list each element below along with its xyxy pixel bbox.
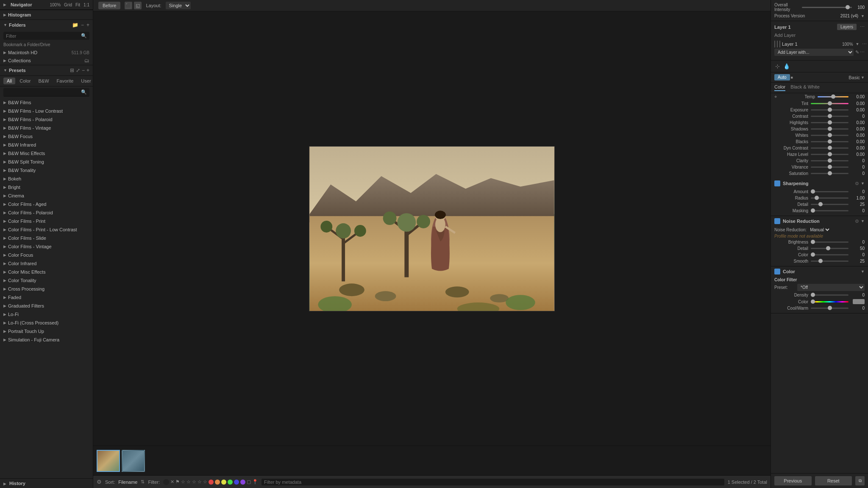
filter-orange[interactable] <box>215 480 220 485</box>
filter-purple[interactable] <box>240 480 245 485</box>
copy-button[interactable]: ⧉ <box>855 476 865 485</box>
basic-chevron[interactable]: ▼ <box>861 75 865 80</box>
sharpening-header[interactable]: Sharpening ⚙ ▼ <box>771 178 868 189</box>
contrast-slider[interactable] <box>811 116 849 117</box>
filter-yellow[interactable] <box>221 480 226 485</box>
folders-icon-minus[interactable]: − <box>81 22 84 28</box>
list-item[interactable]: ▶ Bokeh <box>0 175 93 183</box>
thumbnail-2[interactable] <box>122 450 145 472</box>
highlights-slider[interactable] <box>811 122 849 123</box>
list-item[interactable]: ▶ Color Tonality <box>0 276 93 285</box>
preset-tab-bw[interactable]: B&W <box>35 78 53 84</box>
list-item[interactable]: ▶ Simulation - Fuji Camera <box>0 336 93 344</box>
preset-tab-all[interactable]: All <box>3 78 15 84</box>
process-chevron-down[interactable]: ▼ <box>861 14 865 18</box>
list-item[interactable]: ▶ B&W Split Toning <box>0 158 93 166</box>
cf-color-slider[interactable] <box>811 301 849 302</box>
reset-button[interactable]: Reset <box>815 476 852 485</box>
list-item[interactable]: ▶ Lo-Fi (Cross Processed) <box>0 319 93 327</box>
layout-select[interactable]: Single Dual <box>166 2 191 9</box>
layer-edit-icon[interactable]: ✎ <box>855 50 859 55</box>
filter-x-icon[interactable]: ✕ <box>170 479 174 485</box>
eyedropper-small-icon[interactable]: ⌖ <box>774 94 777 100</box>
smooth-slider[interactable] <box>811 261 849 262</box>
tint-slider[interactable] <box>811 103 849 104</box>
intensity-slider[interactable] <box>802 7 852 8</box>
filter-location-icon[interactable]: 📍 <box>252 479 258 485</box>
thumbnail-1[interactable] <box>97 450 120 472</box>
preset-tab-color[interactable]: Color <box>16 78 34 84</box>
cool-warm-slider[interactable] <box>811 308 849 309</box>
whites-slider[interactable] <box>811 135 849 136</box>
list-item[interactable]: ▶ Color Films - Slide <box>0 234 93 242</box>
noise-reduction-header[interactable]: Noise Reduction ⚙ ▼ <box>771 216 868 226</box>
noise-reduction-gear-icon[interactable]: ⚙ <box>855 219 859 224</box>
exposure-slider[interactable] <box>811 109 849 111</box>
color-tab[interactable]: Color <box>774 84 785 91</box>
density-slider[interactable] <box>811 294 849 296</box>
collections-item[interactable]: ▶ Collections 🗂 <box>0 56 93 65</box>
filter-green[interactable] <box>228 480 233 485</box>
list-item[interactable]: ▶ Color Focus <box>0 251 93 259</box>
eyedropper-icon[interactable]: 💧 <box>782 62 791 70</box>
preset-search-input[interactable] <box>6 90 81 95</box>
color-filter-header[interactable]: Color ▼ <box>771 266 868 277</box>
list-item[interactable]: ▶ Color Films - Print - Low Contrast <box>0 225 93 234</box>
noise-reduction-chevron[interactable]: ▼ <box>861 219 865 223</box>
star-3[interactable]: ☆ <box>192 479 196 485</box>
navigator-header[interactable]: ▶ Navigator 100% Grid Fit 1:1 <box>0 0 93 10</box>
list-item[interactable]: ▶ Graduated Filters <box>0 302 93 310</box>
list-item[interactable]: ▶ Cinema <box>0 191 93 200</box>
saturation-slider[interactable] <box>811 173 849 174</box>
vibrance-slider[interactable] <box>811 166 849 168</box>
blacks-slider[interactable] <box>811 141 849 142</box>
dyn-contrast-slider[interactable] <box>811 147 849 149</box>
list-item[interactable]: ▶ B&W Films - Vintage <box>0 124 93 132</box>
filter-red[interactable] <box>209 480 214 485</box>
star-2[interactable]: ☆ <box>186 479 191 485</box>
shadows-slider[interactable] <box>811 128 849 130</box>
sort-direction-icon[interactable]: ⇅ <box>141 479 145 485</box>
list-item[interactable]: ▶ Faded <box>0 293 93 302</box>
folders-icon-folder[interactable]: 📁 <box>72 22 78 28</box>
folders-icon-plus[interactable]: + <box>86 22 89 28</box>
color-filter-chevron[interactable]: ▼ <box>861 269 865 274</box>
bw-tab[interactable]: Black & White <box>790 84 819 91</box>
collections-icon[interactable]: 🗂 <box>84 58 89 64</box>
temp-slider[interactable] <box>818 96 849 97</box>
macintosh-hd-item[interactable]: ▶ Macintosh HD 511.9 GB <box>0 49 93 56</box>
view-icon-compare[interactable]: ◱ <box>134 2 142 9</box>
list-item[interactable]: ▶ B&W Films <box>0 98 93 107</box>
list-item[interactable]: ▶ B&W Films - Polaroid <box>0 115 93 124</box>
filter-black-icon[interactable] <box>163 479 169 485</box>
detail-sharp-slider[interactable] <box>811 204 849 205</box>
nr-mode-select[interactable]: Manual Profile <box>808 227 831 233</box>
view-icon-grid[interactable]: ⬛ <box>125 2 132 9</box>
histogram-header[interactable]: ▶ Histogram <box>0 10 93 19</box>
filter-blue[interactable] <box>234 480 239 485</box>
presets-minus-icon[interactable]: − <box>82 67 85 73</box>
presets-grid-view-icon[interactable]: ⊞ <box>70 67 74 73</box>
cf-preset-select[interactable]: *Off <box>797 284 865 291</box>
folders-header[interactable]: ▼ Folders 📁 − + <box>0 20 93 30</box>
layer-more-icon2[interactable]: ⋯ <box>860 50 865 55</box>
layer-swatch-grad[interactable] <box>777 41 778 47</box>
crop-tool-icon[interactable]: ⊹ <box>774 62 781 70</box>
radius-slider[interactable] <box>811 197 849 199</box>
list-item[interactable]: ▶ Color Films - Polaroid <box>0 208 93 217</box>
star-5[interactable]: ☆ <box>203 479 207 485</box>
filter-square-icon[interactable]: ▢ <box>247 479 251 485</box>
before-button[interactable]: Before <box>98 2 120 9</box>
list-item[interactable]: ▶ Cross Processing <box>0 285 93 293</box>
filter-flag-icon[interactable]: ⚑ <box>175 479 180 485</box>
list-item[interactable]: ▶ Color Films - Print <box>0 217 93 225</box>
metadata-search-input[interactable] <box>262 479 724 485</box>
star-4[interactable]: ☆ <box>198 479 202 485</box>
basic-button[interactable]: Basic <box>849 75 860 80</box>
layers-expand-icon[interactable]: ⋯ <box>860 24 865 30</box>
add-layer-with-select[interactable]: Add Layer with... <box>774 49 854 56</box>
history-item[interactable]: ▶ History <box>0 478 93 488</box>
list-item[interactable]: ▶ Bright <box>0 183 93 191</box>
settings-icon[interactable]: ⚙ <box>97 479 102 485</box>
nav-grid[interactable]: Grid <box>64 3 72 7</box>
